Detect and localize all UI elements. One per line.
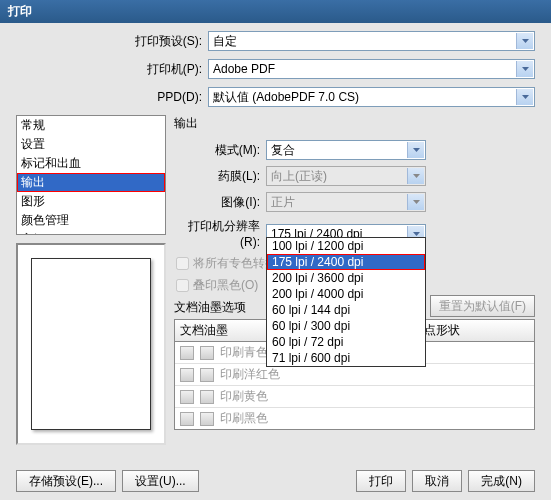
resolution-dropdown[interactable]: 100 lpi / 1200 dpi 175 lpi / 2400 dpi 20… bbox=[266, 237, 426, 367]
printer-value: Adobe PDF bbox=[213, 62, 275, 76]
reset-button[interactable]: 重置为默认值(F) bbox=[430, 295, 535, 317]
ink-name: 印刷洋红色 bbox=[220, 366, 280, 383]
dd-option[interactable]: 60 lpi / 72 dpi bbox=[267, 334, 425, 350]
printer-icon bbox=[180, 412, 194, 426]
section-title: 输出 bbox=[174, 115, 535, 132]
cat-advanced[interactable]: 高级 bbox=[17, 230, 165, 235]
ink-col-dot[interactable]: 网点形状 bbox=[407, 320, 534, 341]
cat-marks[interactable]: 标记和出血 bbox=[17, 154, 165, 173]
print-button[interactable]: 打印 bbox=[356, 470, 406, 492]
preset-value: 自定 bbox=[213, 33, 237, 50]
cancel-button[interactable]: 取消 bbox=[412, 470, 462, 492]
swatch-icon bbox=[200, 390, 214, 404]
cat-general[interactable]: 常规 bbox=[17, 116, 165, 135]
cat-graphics[interactable]: 图形 bbox=[17, 192, 165, 211]
ppd-label: PPD(D): bbox=[16, 90, 202, 104]
swatch-icon bbox=[200, 368, 214, 382]
mode-select[interactable]: 复合 bbox=[266, 140, 426, 160]
mode-value: 复合 bbox=[271, 142, 295, 159]
ink-name: 印刷青色 bbox=[220, 344, 268, 361]
ink-name: 印刷黑色 bbox=[220, 410, 268, 427]
swatch-icon bbox=[200, 412, 214, 426]
ink-row[interactable]: 印刷黄色 bbox=[175, 386, 534, 408]
printer-icon bbox=[180, 346, 194, 360]
chevron-down-icon bbox=[516, 61, 533, 77]
done-button[interactable]: 完成(N) bbox=[468, 470, 535, 492]
printer-icon bbox=[180, 368, 194, 382]
convert-checkbox[interactable] bbox=[176, 257, 189, 270]
title-bar: 打印 bbox=[0, 0, 551, 23]
cat-setup[interactable]: 设置 bbox=[17, 135, 165, 154]
preset-label: 打印预设(S): bbox=[16, 33, 202, 50]
overprint-label: 叠印黑色(O) bbox=[193, 277, 258, 294]
dd-option[interactable]: 60 lpi / 144 dpi bbox=[267, 302, 425, 318]
cat-color[interactable]: 颜色管理 bbox=[17, 211, 165, 230]
dd-option[interactable]: 71 lpi / 600 dpi bbox=[267, 350, 425, 366]
ink-row[interactable]: 印刷黑色 bbox=[175, 408, 534, 429]
image-label: 图像(I): bbox=[174, 194, 260, 211]
mode-label: 模式(M): bbox=[174, 142, 260, 159]
overprint-checkbox[interactable] bbox=[176, 279, 189, 292]
footer: 存储预设(E)... 设置(U)... 打印 取消 完成(N) bbox=[16, 470, 535, 492]
ink-name: 印刷黄色 bbox=[220, 388, 268, 405]
emulsion-value: 向上(正读) bbox=[271, 168, 327, 185]
chevron-down-icon bbox=[407, 142, 424, 158]
emulsion-select[interactable]: 向上(正读) bbox=[266, 166, 426, 186]
chevron-down-icon bbox=[407, 194, 424, 210]
save-preset-button[interactable]: 存储预设(E)... bbox=[16, 470, 116, 492]
image-select[interactable]: 正片 bbox=[266, 192, 426, 212]
swatch-icon bbox=[200, 346, 214, 360]
printer-label: 打印机(P): bbox=[16, 61, 202, 78]
ppd-value: 默认值 (AdobePDF 7.0 CS) bbox=[213, 89, 359, 106]
printer-icon bbox=[180, 390, 194, 404]
chevron-down-icon bbox=[407, 168, 424, 184]
preset-select[interactable]: 自定 bbox=[208, 31, 535, 51]
printer-select[interactable]: Adobe PDF bbox=[208, 59, 535, 79]
image-value: 正片 bbox=[271, 194, 295, 211]
setup-button[interactable]: 设置(U)... bbox=[122, 470, 199, 492]
dd-option[interactable]: 100 lpi / 1200 dpi bbox=[267, 238, 425, 254]
preview-page bbox=[31, 258, 151, 430]
dd-option[interactable]: 200 lpi / 3600 dpi bbox=[267, 270, 425, 286]
ppd-select[interactable]: 默认值 (AdobePDF 7.0 CS) bbox=[208, 87, 535, 107]
category-list[interactable]: 常规 设置 标记和出血 输出 图形 颜色管理 高级 小结 bbox=[16, 115, 166, 235]
resolution-label: 打印机分辨率(R): bbox=[174, 218, 260, 249]
dd-option[interactable]: 175 lpi / 2400 dpi bbox=[267, 254, 425, 270]
emulsion-label: 药膜(L): bbox=[174, 168, 260, 185]
cat-output[interactable]: 输出 bbox=[17, 173, 165, 192]
preview-pane bbox=[16, 243, 166, 445]
chevron-down-icon bbox=[516, 33, 533, 49]
dd-option[interactable]: 60 lpi / 300 dpi bbox=[267, 318, 425, 334]
chevron-down-icon bbox=[516, 89, 533, 105]
ink-row[interactable]: 印刷洋红色 bbox=[175, 364, 534, 386]
dd-option[interactable]: 200 lpi / 4000 dpi bbox=[267, 286, 425, 302]
convert-label: 将所有专色转换 bbox=[193, 255, 277, 272]
